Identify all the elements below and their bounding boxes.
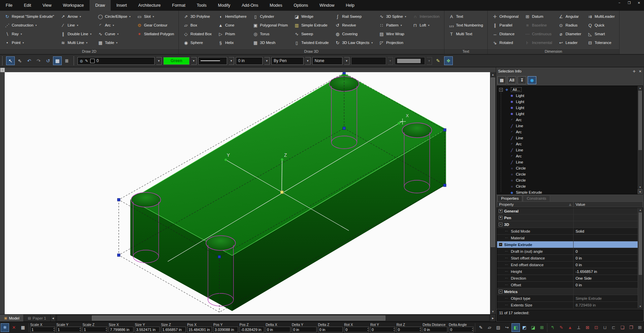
redo-button[interactable]: ↷ xyxy=(34,56,43,65)
ribbon-item-rotated-box[interactable]: ◇Rotated Box xyxy=(181,30,214,38)
stamp-tool-icon[interactable]: ⊥ xyxy=(575,323,583,332)
hatch-dropdown-arrow[interactable]: ▼ xyxy=(344,57,350,65)
select-return-icon[interactable]: ↰ xyxy=(548,323,557,332)
pen-3d-icon[interactable]: ✎ xyxy=(477,323,485,332)
field-input-size-y[interactable]: 3.552471 in xyxy=(135,327,160,332)
tree-item-line[interactable]: ╱Line xyxy=(497,135,643,141)
ribbon-item-twisted-extrude[interactable]: ▯Twisted Extrude xyxy=(291,38,331,47)
field-input-scale-z[interactable]: 1 xyxy=(83,327,107,332)
tree-item-line[interactable]: ╱Line xyxy=(497,123,643,129)
line-width-combo[interactable]: 0 in xyxy=(236,57,263,65)
ribbon-item-smart[interactable]: ◺Smart xyxy=(585,30,617,38)
ribbon-item-double-line[interactable]: ∥Double Line▾ xyxy=(58,30,94,38)
tree-item-circle[interactable]: ○Circle xyxy=(497,165,643,171)
ribbon-item-revolve[interactable]: ↺Revolve xyxy=(332,21,375,30)
property-row-material[interactable]: Material xyxy=(497,235,643,241)
property-row-draft-in-out-angle[interactable]: Draft in (out) angle0 xyxy=(497,248,643,255)
ribbon-item-wire-wrap[interactable]: ▤Wire Wrap xyxy=(376,30,409,38)
ribbon-item-sweep[interactable]: ∿Sweep xyxy=(291,30,331,38)
tree-dropdown-button[interactable]: ▼ xyxy=(638,189,643,194)
tree-scrollbar[interactable]: ▲ ▼ xyxy=(638,86,643,194)
property-value[interactable]: 8.729459 in xyxy=(576,303,596,307)
menu-modes[interactable]: Modes xyxy=(264,0,288,11)
ribbon-item-3d-polyline[interactable]: ⇗3D Polyline xyxy=(181,12,214,21)
ribbon-item-incremental[interactable]: ⊦Incremental xyxy=(522,38,554,47)
ribbon-item-text[interactable]: AText xyxy=(446,12,486,21)
scroll-up-arrow[interactable]: ▲ xyxy=(490,72,496,77)
field-input-scale-x[interactable]: 1 xyxy=(30,327,55,332)
ribbon-item-orthogonal[interactable]: ✛Orthogonal xyxy=(490,12,521,21)
ribbon-item-quick[interactable]: QQuick xyxy=(585,21,617,30)
ribbon-item-cone[interactable]: ▲Cone xyxy=(215,21,249,30)
ribbon-item-simple-extrude[interactable]: ▥Simple Extrude xyxy=(291,21,331,30)
tree-item-light[interactable]: ✺Light xyxy=(497,99,643,105)
snap-palette-icon[interactable]: ❄ xyxy=(1,323,9,332)
ribbon-item-continuous[interactable]: ⋯Continuous xyxy=(522,30,554,38)
pen-pattern-combo[interactable]: By Pen xyxy=(271,57,304,65)
frame-handles-icon[interactable]: ⊠ xyxy=(583,323,592,332)
snap-grid-icon[interactable]: ▦ xyxy=(19,323,27,332)
ribbon-item-3d-mesh[interactable]: ▦3D Mesh xyxy=(250,38,290,47)
render-mode-button[interactable]: ❖ xyxy=(444,56,453,65)
tree-item-arc[interactable]: ◜Arc xyxy=(497,129,643,135)
field-input-delta-z[interactable]: 0 in xyxy=(318,327,343,332)
line-width-dropdown-arrow[interactable]: ▼ xyxy=(264,57,270,65)
menu-edit[interactable]: Edit xyxy=(18,0,37,11)
layer-combo[interactable]: ◍ ✎ 0 xyxy=(77,57,155,65)
tree-item-arc[interactable]: ◜Arc xyxy=(497,153,643,159)
edit-select-arrow-button[interactable]: ⇖ xyxy=(15,56,24,65)
tree-item-circle[interactable]: ○Circle xyxy=(497,177,643,183)
ribbon-item-rotated[interactable]: ⇘Rotated xyxy=(490,38,521,47)
ribbon-item-point[interactable]: •Point▾ xyxy=(2,38,56,47)
property-row-metrics[interactable]: −Metrics xyxy=(497,288,643,295)
expand-icon[interactable]: + xyxy=(499,216,502,220)
field-input-size-x[interactable]: 7.799886 in xyxy=(109,327,133,332)
grid-scrollbar[interactable]: ▲ ▼ xyxy=(638,208,643,308)
ribbon-item-torus[interactable]: ◎Torus xyxy=(250,30,290,38)
menu-workspace[interactable]: Workspace xyxy=(57,0,90,11)
property-value[interactable]: 0 in xyxy=(576,283,582,287)
vertical-scrollbar[interactable]: ▲ ▼ xyxy=(490,72,496,314)
property-value[interactable]: -1.656857 in xyxy=(576,270,597,274)
ribbon-item-intersection[interactable]: ∩Intersection xyxy=(410,12,442,21)
property-row-direction[interactable]: DirectionOne Side xyxy=(497,275,643,282)
field-input-delta-distance[interactable]: 0 in xyxy=(423,327,447,332)
ribbon-item-construction[interactable]: ⋰Construction▾ xyxy=(2,21,56,30)
menu-insert[interactable]: Insert xyxy=(111,0,132,11)
menu-format[interactable]: Format xyxy=(166,0,191,11)
ribbon-item-baseline[interactable]: ≡Baseline xyxy=(522,21,554,30)
tree-item-light[interactable]: ✺Light xyxy=(497,93,643,99)
tree-item-arc[interactable]: ◜Arc xyxy=(497,141,643,147)
property-value[interactable]: Solid xyxy=(576,229,584,233)
facet-outline-icon[interactable]: ◩ xyxy=(520,323,529,332)
origin-handle[interactable] xyxy=(280,191,283,194)
ribbon-item-distance[interactable]: ↔Distance xyxy=(490,30,521,38)
ribbon-item-parallel[interactable]: ∥Parallel xyxy=(490,21,521,30)
property-grid-header[interactable]: Property △ Value xyxy=(497,201,643,207)
menu-tools[interactable]: Tools xyxy=(191,0,212,11)
menu-file[interactable]: File xyxy=(0,0,18,11)
ribbon-item-ray[interactable]: ∖Ray▾ xyxy=(2,30,56,38)
clip-plane-icon[interactable]: ⊞ xyxy=(538,323,546,332)
scroll-down-arrow[interactable]: ▼ xyxy=(490,309,496,314)
lock-frame-icon[interactable]: ⊞ xyxy=(636,323,644,332)
ribbon-item-curve[interactable]: ∿Curve▾ xyxy=(95,30,133,38)
tree-scroll-down[interactable]: ▼ xyxy=(638,185,643,189)
property-value[interactable]: One Side xyxy=(576,276,592,280)
tree-item-circle[interactable]: ○Circle xyxy=(497,171,643,177)
bend-arrow-icon[interactable]: ↪ xyxy=(503,323,511,332)
menu-architecture[interactable]: Architecture xyxy=(132,0,166,11)
squares-front-icon[interactable]: ❏ xyxy=(618,323,627,332)
ribbon-item-radius[interactable]: ⊙Radius xyxy=(556,21,584,30)
ribbon-item-projection[interactable]: ◸Projection xyxy=(376,38,409,47)
color-dropdown-arrow[interactable]: ▼ xyxy=(191,57,197,65)
brush-mode-icon[interactable]: ✎ xyxy=(557,323,566,332)
tab-constraints[interactable]: Constraints xyxy=(523,195,550,201)
line-style-combo[interactable] xyxy=(198,57,227,65)
show-all-button[interactable]: All xyxy=(507,76,516,84)
tree-scroll-thumb[interactable] xyxy=(638,91,642,150)
ribbon-item-3d-law-objects[interactable]: ↻3D Law Objects▾ xyxy=(332,38,375,47)
render-facet-icon[interactable]: ◧ xyxy=(512,323,520,332)
ribbon-item-diameter[interactable]: ⌀Diameter xyxy=(556,30,584,38)
layers-button[interactable]: ≣ xyxy=(62,56,71,65)
